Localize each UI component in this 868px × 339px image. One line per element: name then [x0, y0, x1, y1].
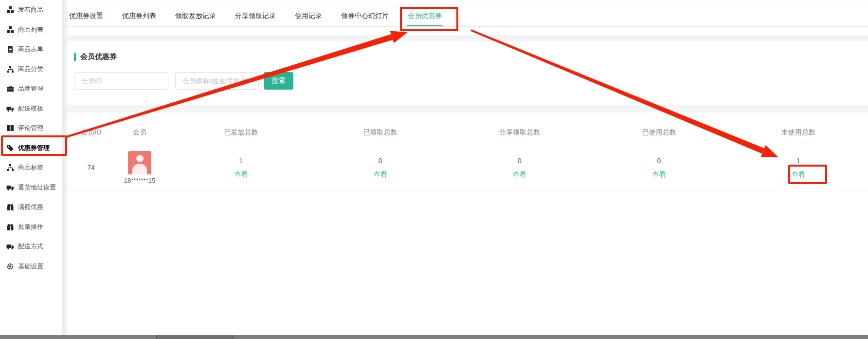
member-phone: 18*******15 [124, 177, 155, 184]
tab-share-receive-records[interactable]: 分享领取记录 [235, 5, 276, 26]
sidebar-item-label: 配送方式 [18, 242, 43, 251]
column-header-used-total: 已使用总数 [589, 128, 728, 144]
sidebar-item-label: 退货地址设置 [18, 183, 56, 192]
document-icon [6, 45, 14, 53]
panel-title: 会员优惠券 [74, 52, 117, 61]
view-used-link[interactable]: 查看 [652, 170, 666, 178]
column-header-unused-total: 未使用总数 [729, 128, 868, 144]
page-title: 会员优惠券 [80, 52, 117, 61]
unused-total-cell: 1 查看 [729, 157, 868, 178]
tabbar-divider [67, 26, 868, 27]
column-header-member-id: 会员ID [74, 128, 108, 144]
avatar [128, 151, 151, 174]
sidebar-item-label: 批量操作 [18, 223, 43, 231]
stat-value: 1 [239, 157, 243, 165]
sidebar-item-batch-operations[interactable]: 批量操作 [0, 217, 62, 237]
table-row: 74 18*******15 1 查看 0 查看 0 查看 0 查看 [67, 144, 868, 191]
stat-value: 0 [657, 157, 661, 165]
tab-usage-records[interactable]: 使用记录 [295, 5, 322, 26]
view-share-received-link[interactable]: 查看 [513, 170, 526, 178]
sidebar-item-comment-management[interactable]: 评论管理 [0, 118, 62, 138]
sidebar-item-label: 商品表单 [18, 45, 43, 54]
issued-total-cell: 1 查看 [171, 157, 310, 178]
sidebar-item-brand-management[interactable]: 品牌管理 [0, 79, 62, 99]
column-header-received-total: 已领取总数 [310, 128, 450, 144]
sidebar-item-label: 商品分类 [18, 65, 43, 74]
briefcase-icon [6, 85, 14, 93]
sidebar-item-product-category[interactable]: 商品分类 [0, 59, 62, 79]
view-received-link[interactable]: 查看 [374, 170, 387, 178]
sitemap-icon [6, 65, 14, 73]
received-total-cell: 0 查看 [310, 157, 450, 178]
tab-coupon-settings[interactable]: 优惠券设置 [69, 5, 103, 26]
scrollbar-divider [233, 335, 234, 339]
sidebar-item-basic-settings[interactable]: 基础设置 [0, 257, 62, 277]
table-header-row: 会员ID 会员 已发放总数 已领取总数 分享领取总数 已使用总数 未使用总数 [67, 113, 868, 144]
tab-receive-issue-records[interactable]: 领取发放记录 [175, 5, 216, 26]
member-coupon-table: 会员ID 会员 已发放总数 已领取总数 分享领取总数 已使用总数 未使用总数 7… [67, 113, 868, 191]
search-button[interactable]: 搜索 [264, 72, 293, 90]
column-header-member: 会员 [108, 128, 171, 144]
sitemap-icon [6, 164, 14, 171]
tags-icon [6, 144, 14, 152]
section-gap [67, 105, 868, 113]
gear-icon [6, 263, 14, 270]
sidebar-item-full-discount[interactable]: 满额优惠 [0, 197, 62, 217]
sidebar-item-coupon-management[interactable]: 优惠券管理 [0, 138, 62, 158]
view-unused-link[interactable]: 查看 [792, 170, 805, 178]
cubes-icon [6, 6, 14, 14]
truck-icon [6, 184, 14, 191]
sidebar-item-return-address-settings[interactable]: 退货地址设置 [0, 178, 62, 198]
stat-value: 0 [518, 157, 522, 165]
truck-icon [6, 243, 14, 250]
member-cell: 18*******15 [108, 151, 171, 184]
sidebar-gap [63, 0, 67, 335]
stat-value: 0 [379, 157, 382, 165]
cubes-icon [6, 26, 14, 34]
truck-icon [6, 105, 14, 113]
sidebar-item-shipping-method[interactable]: 配送方式 [0, 237, 62, 257]
sidebar-item-label: 满额优惠 [18, 203, 43, 211]
tab-member-coupons[interactable]: 会员优惠券 [408, 5, 442, 26]
share-received-total-cell: 0 查看 [450, 157, 589, 178]
scrollbar-divider [156, 335, 157, 339]
sidebar-item-publish-product[interactable]: 发布商品 [0, 0, 62, 20]
bottom-scrollbar[interactable] [0, 335, 868, 339]
sidebar-item-label: 优惠券管理 [18, 144, 50, 152]
coupon-tabs: 优惠券设置 优惠券列表 领取发放记录 分享领取记录 使用记录 领券中心幻灯片 会… [67, 5, 868, 26]
column-header-issued-total: 已发放总数 [171, 128, 310, 144]
gift-icon [6, 223, 14, 231]
sidebar-item-product-list[interactable]: 商品列表 [0, 20, 62, 40]
main-content: 优惠券设置 优惠券列表 领取发放记录 分享领取记录 使用记录 领券中心幻灯片 会… [67, 0, 868, 339]
sidebar: 发布商品 商品列表 商品表单 商品分类 品牌管理 配送模板 评论管理 优惠券管理… [0, 0, 63, 335]
column-header-share-received-total: 分享领取总数 [450, 128, 589, 144]
sidebar-item-label: 商品标签 [18, 163, 43, 172]
sidebar-item-product-tags[interactable]: 商品标签 [0, 158, 62, 178]
tab-coupon-center-slides[interactable]: 领券中心幻灯片 [341, 5, 389, 26]
sidebar-item-shipping-template[interactable]: 配送模板 [0, 99, 62, 119]
member-id-cell: 74 [74, 164, 108, 171]
columns-icon [6, 124, 14, 132]
stat-value: 1 [796, 157, 800, 165]
scrollbar-segment [157, 335, 233, 339]
sidebar-item-label: 发布商品 [18, 5, 43, 14]
sidebar-item-product-form[interactable]: 商品表单 [0, 39, 62, 59]
gift-icon [6, 203, 14, 211]
used-total-cell: 0 查看 [589, 157, 728, 178]
title-accent-bar [74, 53, 76, 61]
sidebar-item-label: 商品列表 [18, 25, 43, 34]
tab-coupon-list[interactable]: 优惠券列表 [122, 5, 156, 26]
sidebar-item-label: 品牌管理 [18, 84, 43, 93]
member-id-input[interactable] [74, 72, 168, 90]
section-gap [67, 35, 868, 41]
sidebar-item-label: 评论管理 [18, 124, 43, 132]
sidebar-item-label: 配送模板 [18, 104, 43, 113]
sidebar-item-label: 基础设置 [18, 262, 43, 271]
view-issued-link[interactable]: 查看 [234, 170, 248, 178]
member-name-input[interactable] [175, 72, 259, 90]
